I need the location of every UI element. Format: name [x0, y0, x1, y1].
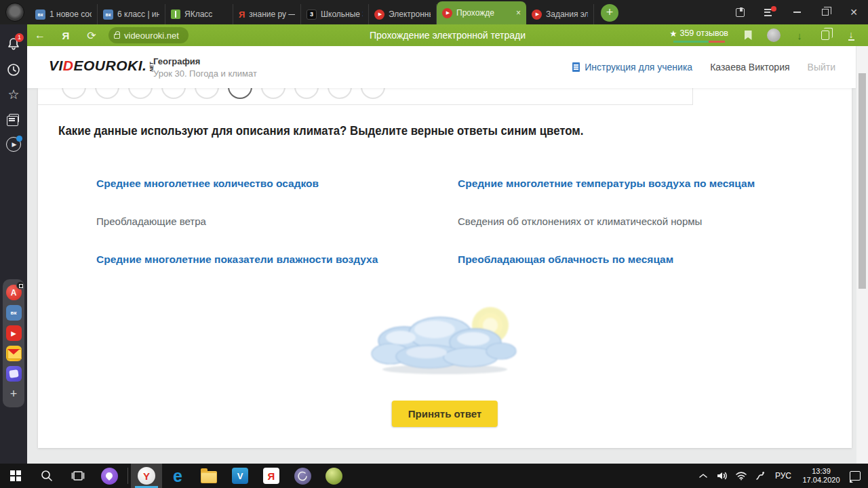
- vk-icon: вк: [103, 9, 113, 20]
- question-nav-circle[interactable]: [261, 88, 285, 99]
- blue-dot-badge: [16, 136, 22, 142]
- question-nav-circle[interactable]: [128, 88, 153, 99]
- language-indicator[interactable]: РУС: [770, 471, 796, 481]
- windows-taskbar: Y e V Я РУС 13:39 17.04.2020: [0, 464, 868, 488]
- downloads-icon[interactable]: ↓: [840, 30, 863, 41]
- submit-answer-button[interactable]: Принять ответ: [392, 401, 498, 427]
- option-temperatures[interactable]: Средние многолетние температуры воздуха …: [458, 172, 835, 190]
- question-nav-circle[interactable]: [195, 88, 219, 99]
- bookmark-icon[interactable]: [736, 30, 760, 40]
- history-clock-icon[interactable]: [0, 62, 27, 77]
- question-nav-circle-active[interactable]: [228, 88, 252, 99]
- sidebar-toggle-icon[interactable]: [754, 0, 783, 24]
- tab-electronic[interactable]: ▶ Электронные: [369, 4, 437, 24]
- profile-avatar[interactable]: [762, 28, 785, 42]
- tab-znanie[interactable]: Я знание ру —: [233, 4, 301, 24]
- page-viewport: VIDEOUROKI.NET География Урок 30. Погода…: [27, 46, 868, 464]
- purple-app-icon[interactable]: [6, 366, 22, 382]
- option-winds[interactable]: Преобладающие ветра: [96, 210, 447, 228]
- youtube-icon[interactable]: ▶: [6, 325, 22, 341]
- option-deviations[interactable]: Сведения об отклонениях от климатической…: [458, 210, 824, 228]
- wifi-icon[interactable]: [732, 464, 750, 488]
- logout-link[interactable]: Выйти: [808, 62, 835, 73]
- back-icon[interactable]: ←: [27, 29, 53, 41]
- user-name[interactable]: Казаева Виктория: [710, 62, 789, 73]
- option-humidity[interactable]: Средние многолетние показатели влажности…: [96, 248, 458, 266]
- browser-tabbar: вк 1 новое сооб вк 6 класс | ин-я ЯКласс…: [0, 0, 868, 24]
- task-view-icon[interactable]: [62, 464, 94, 488]
- quiz-card: Какие данные используют для описания кли…: [38, 88, 852, 448]
- yandex-search-icon[interactable]: Я: [53, 30, 79, 41]
- translator-badge: [16, 281, 24, 289]
- notifications-bell-icon[interactable]: 1: [0, 37, 27, 52]
- green-app-icon[interactable]: [318, 464, 349, 488]
- divider: [692, 88, 693, 105]
- mail-icon[interactable]: [6, 346, 22, 361]
- download-complete-icon[interactable]: ↓: [788, 30, 811, 41]
- alice-icon[interactable]: А: [6, 285, 22, 300]
- tab-active-prohozhdenie[interactable]: ▶ Прохожде ×: [437, 1, 526, 24]
- instruction-link[interactable]: Инструкция для ученика: [572, 62, 692, 73]
- option-precipitation[interactable]: Среднее многолетнее количество осадков: [96, 172, 458, 190]
- page-scrollbar[interactable]: [856, 46, 868, 464]
- add-app-icon[interactable]: +: [6, 386, 22, 402]
- url-field[interactable]: videouroki.net: [108, 27, 189, 43]
- yandex-browser-icon[interactable]: Y: [131, 464, 162, 488]
- screen: вк 1 новое сооб вк 6 класс | ин-я ЯКласс…: [0, 0, 868, 488]
- question-nav-circle[interactable]: [328, 88, 352, 99]
- question-nav-circle[interactable]: [62, 88, 86, 99]
- video-play-icon[interactable]: ▶: [0, 137, 27, 152]
- option-cloudiness[interactable]: Преобладающая облачность по месяцам: [458, 248, 835, 266]
- bittorrent-icon[interactable]: [287, 464, 318, 488]
- search-icon[interactable]: [31, 464, 62, 488]
- tab-vk-class[interactable]: вк 6 класс | ин-я: [98, 4, 165, 24]
- question-nav-circle[interactable]: [161, 88, 186, 99]
- znanija-icon: 3: [307, 9, 317, 20]
- restore-button[interactable]: [811, 0, 840, 24]
- vk-icon[interactable]: вк: [6, 305, 22, 321]
- edge-icon[interactable]: e: [162, 464, 193, 488]
- browser-sidebar: 1 ☆ ▶ А вк ▶ +: [0, 24, 27, 464]
- action-center-icon[interactable]: [846, 464, 864, 488]
- start-button[interactable]: [0, 464, 31, 488]
- taskbar-separator: [127, 468, 128, 484]
- scrollbar-thumb[interactable]: [859, 73, 866, 289]
- question-nav-circle[interactable]: [361, 88, 385, 99]
- minimize-button[interactable]: [783, 0, 811, 24]
- videouroki-play-icon: ▶: [374, 9, 384, 20]
- new-tab-button[interactable]: +: [601, 4, 618, 22]
- question-nav-circle[interactable]: [95, 88, 119, 99]
- tab-close-icon[interactable]: ×: [516, 8, 521, 18]
- alice-icon[interactable]: [94, 464, 125, 488]
- taskbar-clock[interactable]: 13:39 17.04.2020: [797, 467, 845, 485]
- address-bar: ← Я ⟳ videouroki.net Прохождение электро…: [27, 24, 868, 46]
- favorites-star-icon[interactable]: ☆: [0, 87, 27, 102]
- subject-title: География: [153, 56, 200, 66]
- collections-icon[interactable]: [0, 114, 27, 123]
- videouroki-logo[interactable]: VIDEOUROKI.NET: [49, 58, 156, 74]
- vk-icon: вк: [35, 9, 45, 20]
- tab-znanija[interactable]: 3 Школьные З: [301, 4, 369, 24]
- close-button[interactable]: ✕: [840, 0, 868, 24]
- tab-vk-message[interactable]: вк 1 новое сооб: [30, 4, 98, 24]
- tray-chevron-icon[interactable]: [694, 464, 712, 488]
- tab-zadanija[interactable]: ▶ Задания элек: [526, 4, 594, 24]
- lesson-title: Урок 30. Погода и климат: [153, 68, 257, 79]
- file-explorer-icon[interactable]: [193, 464, 224, 488]
- notification-dot: [771, 6, 776, 12]
- reload-icon[interactable]: ⟳: [79, 29, 104, 42]
- system-tray: РУС 13:39 17.04.2020: [694, 464, 868, 488]
- tab-panel-icon[interactable]: [726, 0, 754, 24]
- tabs-copy-icon[interactable]: [814, 30, 837, 40]
- volume-icon[interactable]: [713, 464, 731, 488]
- pen-icon[interactable]: [751, 464, 769, 488]
- browser-profile-icon[interactable]: [5, 3, 24, 22]
- question-nav-circle[interactable]: [294, 88, 319, 99]
- lock-icon: [114, 34, 120, 39]
- site-header: VIDEOUROKI.NET География Урок 30. Погода…: [27, 46, 856, 88]
- tab-yaklass[interactable]: ЯКласс: [165, 4, 233, 24]
- yandex-app-icon[interactable]: Я: [256, 464, 287, 488]
- v-app-icon[interactable]: V: [224, 464, 256, 488]
- question-text: Какие данные используют для описания кли…: [58, 124, 583, 138]
- reviews-widget[interactable]: ★ 359 отзывов: [669, 28, 728, 43]
